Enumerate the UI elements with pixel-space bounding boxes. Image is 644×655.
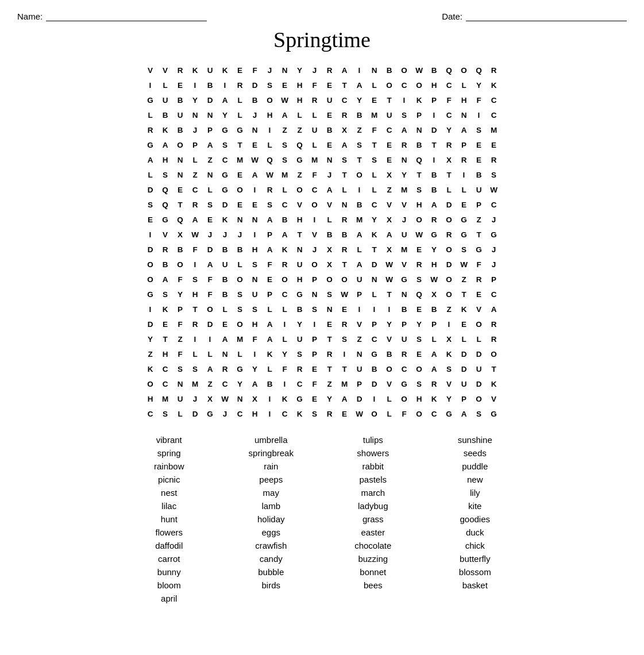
- grid-cell: D: [367, 257, 382, 272]
- grid-cell: V: [292, 197, 307, 212]
- grid-cell: B: [218, 287, 233, 302]
- grid-cell: Z: [188, 167, 203, 182]
- grid-cell: K: [412, 93, 427, 107]
- grid-cell: H: [143, 391, 158, 406]
- grid-cell: L: [367, 182, 382, 197]
- grid-cell: Z: [352, 122, 367, 137]
- grid-cell: V: [487, 391, 502, 406]
- grid-cell: X: [322, 242, 337, 257]
- grid-cell: L: [427, 332, 442, 346]
- grid-cell: U: [397, 227, 412, 242]
- grid-cell: H: [188, 287, 203, 302]
- grid-cell: E: [322, 78, 337, 93]
- grid-cell: A: [188, 212, 203, 227]
- grid-cell: N: [277, 63, 292, 78]
- grid-cell: U: [218, 257, 233, 272]
- grid-cell: W: [352, 406, 367, 421]
- grid-cell: C: [397, 361, 412, 376]
- grid-cell: W: [188, 227, 203, 242]
- grid-cell: N: [248, 212, 263, 227]
- grid-cell: A: [457, 122, 472, 137]
- grid-cell: D: [143, 242, 158, 257]
- grid-cell: A: [248, 167, 263, 182]
- grid-cell: H: [292, 212, 307, 227]
- grid-cell: E: [337, 302, 352, 317]
- grid-cell: A: [263, 317, 277, 332]
- grid-cell: O: [442, 212, 457, 227]
- grid-cell: S: [337, 152, 352, 167]
- grid-cell: A: [248, 376, 263, 391]
- grid-cell: L: [188, 152, 203, 167]
- grid-cell: U: [173, 107, 188, 122]
- grid-cell: S: [173, 361, 188, 376]
- grid-cell: G: [233, 122, 248, 137]
- grid-cell: E: [158, 317, 173, 332]
- grid-cell: X: [442, 332, 457, 346]
- grid-cell: N: [173, 152, 188, 167]
- grid-cell: F: [307, 167, 322, 182]
- grid-cell: Y: [442, 122, 457, 137]
- grid-cell: A: [263, 212, 277, 227]
- grid-cell: H: [248, 406, 263, 421]
- grid-cell: S: [352, 137, 367, 152]
- grid-cell: G: [143, 137, 158, 152]
- grid-cell: F: [307, 78, 322, 93]
- grid-cell: Z: [277, 122, 292, 137]
- grid-cell: P: [203, 122, 218, 137]
- grid-cell: E: [322, 137, 337, 152]
- grid-cell: M: [397, 242, 412, 257]
- grid-cell: D: [203, 317, 218, 332]
- grid-cell: T: [412, 167, 427, 182]
- grid-cell: Y: [367, 212, 382, 227]
- word-item: candy: [223, 554, 319, 564]
- word-list: vibrantumbrellatulipssunshinespringsprin…: [121, 435, 523, 603]
- grid-cell: H: [412, 391, 427, 406]
- grid-cell: G: [292, 391, 307, 406]
- grid-cell: R: [277, 257, 292, 272]
- grid-cell: M: [277, 167, 292, 182]
- grid-cell: L: [203, 346, 218, 361]
- grid-cell: C: [442, 107, 457, 122]
- grid-cell: D: [203, 93, 218, 107]
- grid-cell: Y: [382, 317, 397, 332]
- grid-cell: X: [427, 287, 442, 302]
- grid-cell: W: [457, 257, 472, 272]
- word-item: bubble: [223, 567, 319, 577]
- word-item: sunshine: [427, 435, 523, 445]
- grid-cell: V: [158, 227, 173, 242]
- grid-cell: B: [322, 227, 337, 242]
- grid-cell: L: [457, 182, 472, 197]
- grid-cell: R: [487, 63, 502, 78]
- grid-cell: I: [427, 107, 442, 122]
- grid-cell: O: [442, 272, 457, 287]
- word-item: bloom: [121, 580, 218, 590]
- grid-cell: O: [233, 272, 248, 287]
- grid-cell: I: [143, 302, 158, 317]
- grid-cell: K: [487, 78, 502, 93]
- grid-cell: I: [352, 302, 367, 317]
- grid-cell: X: [442, 152, 457, 167]
- grid-cell: U: [173, 391, 188, 406]
- grid-cell: N: [248, 122, 263, 137]
- grid-cell: V: [382, 197, 397, 212]
- grid-cell: D: [427, 122, 442, 137]
- grid-cell: P: [367, 317, 382, 332]
- word-item: bees: [325, 580, 422, 590]
- grid-cell: R: [412, 257, 427, 272]
- grid-cell: T: [427, 137, 442, 152]
- word-item: rain: [223, 461, 319, 471]
- word-item: [325, 594, 422, 603]
- grid-cell: P: [263, 287, 277, 302]
- grid-cell: H: [248, 317, 263, 332]
- grid-cell: E: [472, 287, 487, 302]
- grid-cell: H: [248, 242, 263, 257]
- grid-cell: I: [457, 167, 472, 182]
- grid-cell: V: [382, 332, 397, 346]
- grid-cell: C: [143, 406, 158, 421]
- grid-cell: U: [292, 332, 307, 346]
- grid-cell: M: [307, 152, 322, 167]
- grid-cell: R: [472, 272, 487, 287]
- grid-cell: L: [277, 302, 292, 317]
- grid-cell: S: [397, 107, 412, 122]
- grid-cell: S: [277, 137, 292, 152]
